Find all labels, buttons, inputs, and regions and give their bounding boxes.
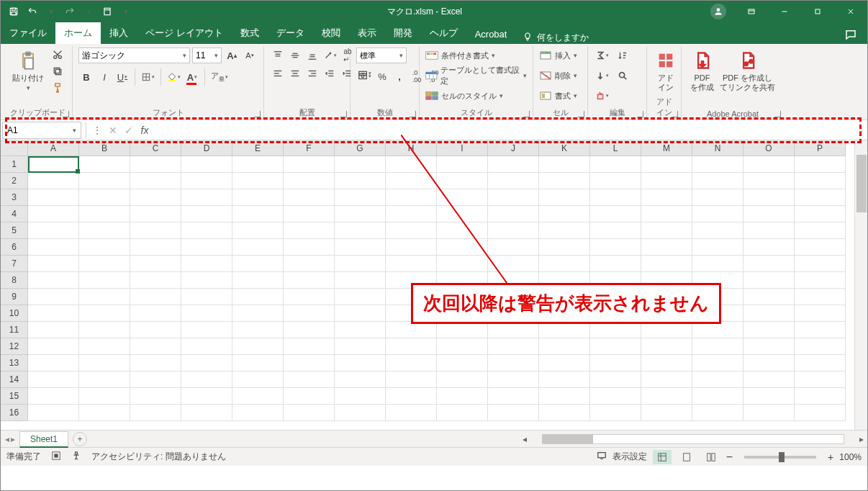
- align-right-icon[interactable]: [304, 66, 320, 81]
- cell[interactable]: [488, 239, 539, 256]
- cell[interactable]: [437, 388, 488, 405]
- comma-icon[interactable]: ,: [392, 68, 407, 84]
- font-size-select[interactable]: 11▾: [192, 48, 222, 63]
- row-header[interactable]: 10: [1, 305, 28, 322]
- cell[interactable]: [488, 371, 539, 388]
- qat-customize-icon[interactable]: [100, 4, 114, 19]
- cell[interactable]: [284, 322, 335, 338]
- cell[interactable]: [437, 256, 488, 272]
- paste-button[interactable]: 貼り付け ▾: [9, 48, 47, 94]
- cell[interactable]: [181, 189, 232, 206]
- cell[interactable]: [284, 239, 335, 256]
- underline-button[interactable]: U: [114, 69, 130, 85]
- tab-file[interactable]: ファイル: [1, 22, 55, 44]
- column-header[interactable]: K: [539, 140, 590, 156]
- decrease-indent-icon[interactable]: [322, 66, 338, 81]
- cell[interactable]: [590, 173, 641, 189]
- cell[interactable]: [28, 355, 79, 371]
- cell[interactable]: [437, 355, 488, 371]
- enter-icon[interactable]: ✓: [121, 122, 137, 138]
- cell[interactable]: [28, 239, 79, 256]
- cell[interactable]: [284, 206, 335, 222]
- cell[interactable]: [743, 256, 795, 272]
- cell[interactable]: [130, 388, 181, 405]
- cell[interactable]: [79, 222, 130, 239]
- tab-data[interactable]: データ: [268, 22, 313, 44]
- cell[interactable]: [437, 371, 488, 388]
- row-header[interactable]: 7: [1, 256, 28, 272]
- cell[interactable]: [692, 405, 743, 421]
- cell[interactable]: [79, 322, 130, 338]
- bold-button[interactable]: B: [78, 69, 94, 85]
- row-header[interactable]: 3: [1, 189, 28, 206]
- cell[interactable]: [539, 388, 590, 405]
- cell[interactable]: [590, 355, 641, 371]
- cell[interactable]: [335, 156, 386, 173]
- cell[interactable]: [437, 156, 488, 173]
- column-header[interactable]: C: [130, 140, 181, 156]
- cell[interactable]: [28, 173, 79, 189]
- cell[interactable]: [130, 272, 181, 289]
- cell[interactable]: [488, 338, 539, 355]
- normal-view-icon[interactable]: [653, 450, 672, 464]
- font-name-select[interactable]: 游ゴシック▾: [78, 48, 190, 63]
- sort-filter-icon[interactable]: [615, 48, 630, 63]
- cell[interactable]: [437, 189, 488, 206]
- font-color-icon[interactable]: A: [184, 69, 200, 85]
- cell[interactable]: [181, 322, 232, 338]
- horizontal-scrollbar[interactable]: [542, 434, 844, 444]
- cell[interactable]: [79, 355, 130, 371]
- cell-styles-button[interactable]: セルのスタイル ▾: [425, 88, 527, 104]
- cut-icon[interactable]: [50, 48, 65, 62]
- phonetic-icon[interactable]: ア亜: [209, 69, 230, 85]
- pdf-create-button[interactable]: PDF を作成: [687, 48, 717, 94]
- cell[interactable]: [284, 355, 335, 371]
- italic-button[interactable]: I: [96, 69, 112, 85]
- cell[interactable]: [488, 222, 539, 239]
- decrease-font-icon[interactable]: A▾: [242, 48, 258, 63]
- cell[interactable]: [79, 206, 130, 222]
- cell[interactable]: [386, 173, 437, 189]
- cell[interactable]: [181, 305, 232, 322]
- cell[interactable]: [437, 239, 488, 256]
- conditional-formatting-button[interactable]: 条件付き書式 ▾: [425, 48, 527, 63]
- autosum-icon[interactable]: [594, 48, 610, 63]
- cell[interactable]: [386, 338, 437, 355]
- cell[interactable]: [386, 322, 437, 338]
- column-header[interactable]: H: [386, 140, 437, 156]
- cell[interactable]: [437, 322, 488, 338]
- cell[interactable]: [641, 338, 692, 355]
- row-header[interactable]: 11: [1, 322, 28, 338]
- redo-dropdown-icon[interactable]: ▾: [81, 4, 96, 19]
- tab-help[interactable]: ヘルプ: [421, 22, 466, 44]
- cell[interactable]: [79, 272, 130, 289]
- account-icon[interactable]: [710, 4, 726, 19]
- cell[interactable]: [743, 388, 795, 405]
- fill-icon[interactable]: [594, 68, 610, 84]
- cell[interactable]: [539, 256, 590, 272]
- zoom-in-button[interactable]: +: [828, 451, 833, 463]
- cell[interactable]: [284, 156, 335, 173]
- cell[interactable]: [181, 355, 232, 371]
- cell[interactable]: [386, 156, 437, 173]
- cell[interactable]: [79, 388, 130, 405]
- zoom-level[interactable]: 100%: [839, 452, 862, 462]
- cell[interactable]: [641, 371, 692, 388]
- cell[interactable]: [437, 405, 488, 421]
- cell[interactable]: [539, 189, 590, 206]
- ribbon-display-options-icon[interactable]: [735, 1, 768, 22]
- cell[interactable]: [743, 239, 795, 256]
- align-left-icon[interactable]: [270, 66, 286, 81]
- row-header[interactable]: 15: [1, 388, 28, 405]
- row-header[interactable]: 9: [1, 289, 28, 305]
- cell[interactable]: [28, 222, 79, 239]
- tab-insert[interactable]: 挿入: [101, 22, 137, 44]
- name-box[interactable]: A1▾: [2, 122, 81, 139]
- cell[interactable]: [692, 173, 743, 189]
- cell[interactable]: [795, 239, 846, 256]
- column-header[interactable]: M: [641, 140, 692, 156]
- macro-record-icon[interactable]: [51, 451, 61, 463]
- cell[interactable]: [386, 222, 437, 239]
- cell[interactable]: [284, 305, 335, 322]
- cell[interactable]: [284, 388, 335, 405]
